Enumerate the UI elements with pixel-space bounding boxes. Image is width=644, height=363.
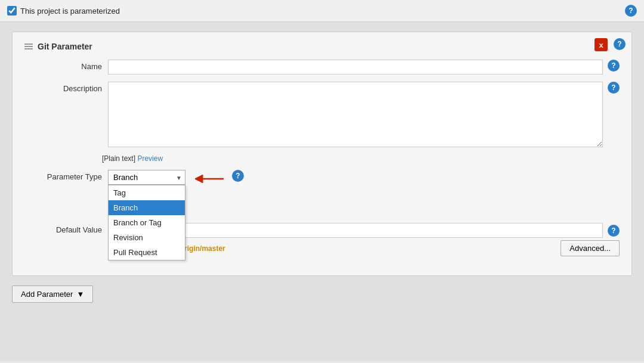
description-help-icon[interactable]: ? bbox=[608, 82, 620, 94]
top-bar: This project is parameterized ? bbox=[0, 0, 644, 22]
add-parameter-button[interactable]: Add Parameter ▼ bbox=[12, 286, 93, 303]
dropdown-item-branch-or-tag[interactable]: Branch or Tag bbox=[109, 215, 185, 230]
parameterized-text: This project is parameterized bbox=[20, 7, 120, 15]
param-type-label: Parameter Type bbox=[24, 170, 102, 181]
param-type-select-wrap: Branch ▼ bbox=[108, 170, 185, 185]
description-label: Description bbox=[24, 82, 102, 93]
parameterized-label[interactable]: This project is parameterized bbox=[7, 6, 120, 15]
param-type-control-wrap: Branch ▼ Tag Branch Branch or Tag Revisi… bbox=[108, 170, 620, 187]
name-label: Name bbox=[24, 60, 102, 71]
name-control-wrap: ? bbox=[108, 60, 620, 75]
name-row: Name ? bbox=[24, 60, 620, 75]
card-header: Git Parameter bbox=[24, 42, 620, 51]
advanced-button[interactable]: Advanced... bbox=[561, 240, 620, 256]
dropdown-item-pull-request[interactable]: Pull Request bbox=[109, 245, 185, 260]
main-content: Git Parameter x ? Name ? Description ? [… bbox=[0, 22, 644, 361]
description-row: Description ? bbox=[24, 82, 620, 147]
param-type-help-icon[interactable]: ? bbox=[232, 170, 244, 182]
plain-text-label: [Plain text] bbox=[102, 154, 135, 163]
card-title: Git Parameter bbox=[38, 42, 92, 51]
add-param-arrow-icon: ▼ bbox=[76, 290, 84, 299]
description-control-wrap: ? bbox=[108, 82, 620, 147]
red-arrow-indicator bbox=[195, 172, 225, 187]
param-card: Git Parameter x ? Name ? Description ? [… bbox=[12, 32, 632, 276]
preview-link[interactable]: Preview bbox=[137, 154, 163, 163]
dropdown-menu: Tag Branch Branch or Tag Revision Pull R… bbox=[108, 185, 185, 260]
parameterized-checkbox[interactable] bbox=[7, 6, 17, 15]
close-button[interactable]: x bbox=[595, 38, 608, 51]
add-param-label: Add Parameter bbox=[21, 290, 73, 299]
default-value-help-icon[interactable]: ? bbox=[608, 225, 620, 237]
param-type-select[interactable]: Branch bbox=[108, 170, 185, 185]
name-help-icon[interactable]: ? bbox=[608, 60, 620, 72]
name-input[interactable] bbox=[108, 60, 603, 75]
default-value-label: Default Value bbox=[24, 223, 102, 234]
drag-handle[interactable] bbox=[24, 44, 33, 49]
plain-text-row: [Plain text] Preview bbox=[102, 154, 620, 163]
param-type-row: Parameter Type Branch ▼ Tag Branch Branc… bbox=[24, 170, 620, 187]
dropdown-item-revision[interactable]: Revision bbox=[109, 230, 185, 245]
top-help-icon[interactable]: ? bbox=[625, 5, 637, 17]
dropdown-item-tag[interactable]: Tag bbox=[109, 185, 185, 200]
card-help-icon[interactable]: ? bbox=[614, 38, 626, 50]
dropdown-item-branch[interactable]: Branch bbox=[109, 200, 185, 215]
description-textarea[interactable] bbox=[108, 82, 603, 147]
